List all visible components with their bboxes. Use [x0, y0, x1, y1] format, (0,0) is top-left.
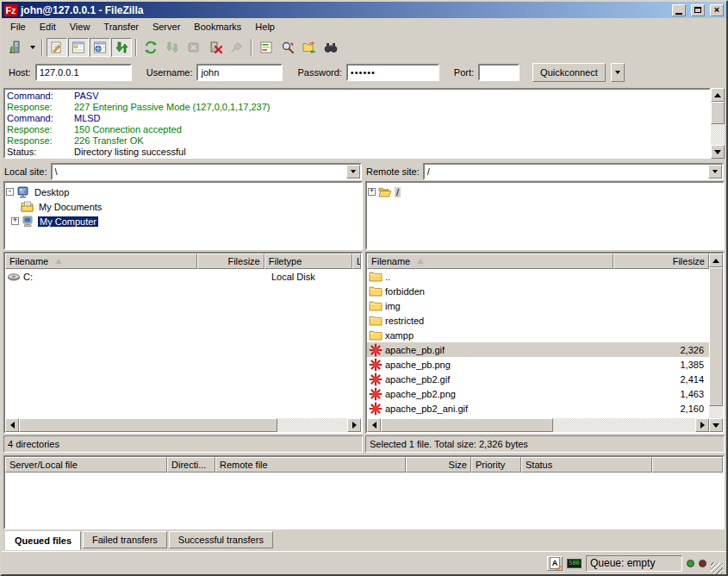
remote-file-row-selected[interactable]: apache_pb.gif 2,326	[367, 342, 709, 357]
refresh-button[interactable]	[140, 38, 161, 57]
tree-item-my-documents[interactable]: My Documents	[6, 199, 360, 214]
column-header-filetype[interactable]: Filetype	[264, 254, 352, 269]
filter-button[interactable]	[320, 38, 341, 57]
column-header-size[interactable]: Size	[406, 457, 471, 473]
column-header-lastmodified[interactable]: L	[352, 254, 361, 269]
column-header-remote-file[interactable]: Remote file	[215, 457, 406, 473]
username-input[interactable]	[196, 64, 283, 81]
speed-limit-indicator[interactable]: 500	[567, 559, 582, 568]
synchronized-browsing-icon	[302, 41, 316, 54]
transfer-queue-icon	[115, 41, 128, 54]
resize-grip[interactable]	[711, 562, 723, 574]
tree-item-my-computer[interactable]: + My Computer	[6, 214, 360, 229]
transfer-type-indicator[interactable]: A	[547, 556, 563, 571]
column-header-filename[interactable]: Filename	[367, 254, 613, 269]
scroll-right-button[interactable]	[347, 418, 361, 432]
cancel-button[interactable]	[184, 38, 204, 57]
remote-file-row[interactable]: img	[367, 298, 709, 313]
column-header-direction[interactable]: Directi...	[167, 457, 215, 473]
column-header-filename[interactable]: Filename	[5, 254, 197, 269]
local-site-combobox[interactable]: \	[51, 163, 362, 180]
toolbar-separator	[251, 39, 252, 56]
menu-view[interactable]: View	[63, 19, 97, 34]
collapse-toggle[interactable]: -	[6, 188, 14, 196]
tab-failed-transfers[interactable]: Failed transfers	[83, 531, 167, 548]
scroll-down-button[interactable]	[709, 418, 723, 432]
scroll-thumb[interactable]	[709, 267, 723, 406]
remote-file-row[interactable]: apache_pb2.gif 2,414	[367, 372, 709, 386]
site-manager-dropdown[interactable]	[27, 38, 38, 57]
menu-bookmarks[interactable]: Bookmarks	[187, 19, 248, 34]
menu-help[interactable]: Help	[248, 19, 282, 34]
scroll-right-button[interactable]	[695, 418, 709, 432]
remote-file-row[interactable]: xampp	[367, 328, 709, 342]
remote-file-row[interactable]: apache_pb2_ani.gif 2,160	[367, 401, 709, 416]
disconnect-button[interactable]	[205, 38, 226, 57]
tab-queued-files[interactable]: Queued files	[5, 531, 81, 550]
tree-item-root[interactable]: + /	[368, 185, 722, 199]
remote-file-row[interactable]: restricted	[367, 313, 709, 328]
remote-file-row[interactable]: apache_pb2.png 1,463	[367, 386, 709, 401]
scroll-thumb[interactable]	[711, 102, 725, 124]
directory-comparison-button[interactable]	[256, 38, 277, 57]
scroll-left-button[interactable]	[367, 418, 381, 432]
password-input[interactable]	[346, 64, 439, 81]
column-header-server-local-file[interactable]: Server/Local file	[5, 457, 167, 473]
local-pane: Local site: \ - Desktop My Documents	[3, 162, 363, 453]
remote-site-label: Remote site:	[366, 166, 420, 177]
remote-vertical-scrollbar[interactable]	[709, 254, 723, 432]
my-documents-icon	[21, 200, 34, 214]
column-header-filesize[interactable]: Filesize	[613, 254, 709, 269]
toggle-remote-tree-button[interactable]	[90, 38, 110, 57]
sort-ascending-icon	[417, 259, 424, 264]
local-file-row[interactable]: C: Local Disk	[5, 269, 361, 284]
menu-server[interactable]: Server	[146, 19, 187, 34]
remote-file-row[interactable]: apache_pb.png 1,385	[367, 357, 709, 372]
remote-horizontal-scrollbar[interactable]	[367, 418, 709, 432]
remote-file-row[interactable]: forbidden	[367, 284, 709, 298]
host-input[interactable]	[35, 64, 132, 81]
local-site-dropdown[interactable]	[346, 165, 360, 178]
scroll-thumb[interactable]	[19, 418, 277, 432]
tree-item-desktop[interactable]: - Desktop	[6, 185, 360, 199]
toggle-transfer-queue-button[interactable]	[111, 38, 132, 57]
menu-file[interactable]: File	[3, 19, 33, 34]
close-button[interactable]: ×	[710, 4, 724, 16]
remote-site-row: Remote site: /	[365, 162, 725, 181]
port-input[interactable]	[478, 64, 520, 81]
reconnect-button[interactable]	[227, 38, 247, 57]
title-bar[interactable]: Fz john@127.0.0.1 - FileZilla ×	[2, 2, 726, 18]
scroll-up-button[interactable]	[711, 88, 725, 102]
toggle-local-tree-button[interactable]	[68, 38, 89, 57]
log-vertical-scrollbar[interactable]	[711, 88, 725, 159]
menu-transfer[interactable]: Transfer	[96, 19, 146, 34]
tab-successful-transfers[interactable]: Successful transfers	[169, 531, 273, 548]
quickconnect-button[interactable]: Quickconnect	[532, 63, 606, 82]
column-header-status[interactable]: Status	[521, 457, 652, 473]
toggle-message-log-button[interactable]	[47, 38, 67, 57]
remote-site-dropdown[interactable]	[708, 165, 722, 178]
expand-toggle[interactable]: +	[11, 217, 19, 225]
maximize-button[interactable]	[691, 4, 705, 16]
scroll-thumb[interactable]	[381, 418, 553, 432]
menu-edit[interactable]: Edit	[33, 19, 63, 34]
remote-site-combobox[interactable]: /	[423, 163, 724, 180]
remote-file-row[interactable]: ..	[367, 269, 709, 284]
find-files-button[interactable]	[277, 38, 298, 57]
column-header-filesize[interactable]: Filesize	[197, 254, 264, 269]
column-header-priority[interactable]: Priority	[471, 457, 521, 473]
quickconnect-dropdown[interactable]	[611, 63, 625, 82]
log-line: Status:Directory listing successful	[7, 147, 707, 158]
image-file-icon	[369, 373, 383, 386]
minimize-button[interactable]	[672, 4, 686, 16]
site-manager-button[interactable]	[5, 38, 26, 57]
process-queue-button[interactable]	[162, 38, 183, 57]
scroll-left-button[interactable]	[5, 418, 19, 432]
local-horizontal-scrollbar[interactable]	[5, 418, 361, 432]
scroll-up-button[interactable]	[709, 254, 723, 267]
port-label: Port:	[454, 67, 474, 78]
synchronized-browsing-button[interactable]	[299, 38, 320, 57]
expand-toggle[interactable]: +	[368, 188, 376, 196]
image-file-icon	[369, 402, 383, 416]
scroll-down-button[interactable]	[711, 145, 725, 159]
